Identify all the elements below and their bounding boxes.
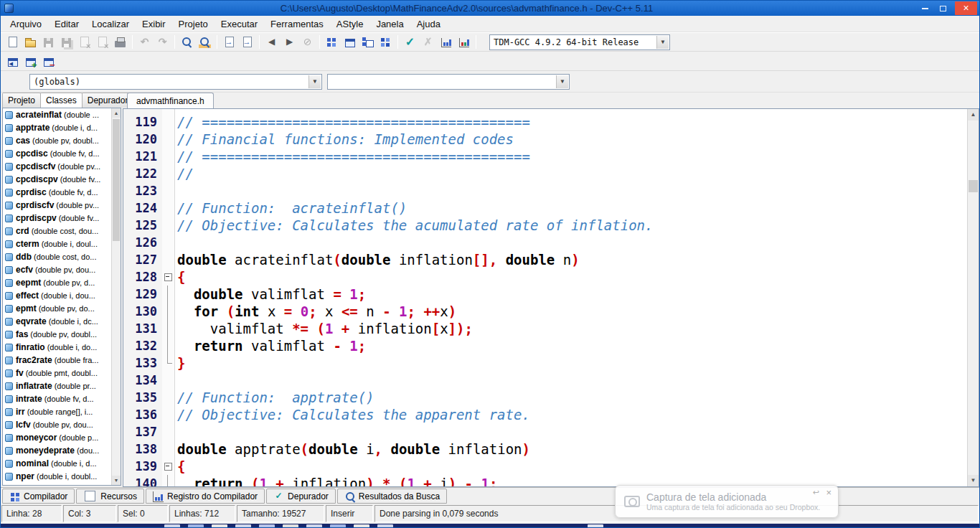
tree-item-fv[interactable]: fv(double pmt, doubl... (3, 367, 121, 380)
fold-toggle-icon[interactable] (162, 268, 175, 286)
menu-projeto[interactable]: Projeto (172, 16, 215, 32)
menu-exibir[interactable]: Exibir (136, 16, 172, 32)
tree-item-cprdiscfv[interactable]: cprdiscfv(double pv... (3, 199, 121, 212)
scroll-up-icon[interactable]: ▲ (968, 109, 979, 121)
menu-ferramentas[interactable]: Ferramentas (264, 16, 330, 32)
tree-item-intrate[interactable]: intrate(double fv, d... (3, 392, 121, 405)
tab-classes[interactable]: Classes (40, 93, 83, 108)
profile-button[interactable] (437, 34, 455, 50)
editor-scrollbar[interactable]: ▲ ▼ (967, 109, 979, 486)
run-button[interactable] (341, 34, 359, 50)
tree-item-effect[interactable]: effect(double i, dou... (3, 289, 121, 302)
tree-item-inflatrate[interactable]: inflatrate(double pr... (3, 380, 121, 392)
scroll-up-icon[interactable]: ▲ (112, 108, 121, 118)
tree-item-ddb[interactable]: ddb(double cost, do... (3, 250, 121, 263)
rebuild-all-button[interactable] (377, 34, 395, 50)
tree-item-cprdiscpv[interactable]: cprdiscpv(double fv... (3, 212, 121, 225)
tree-item-eqvrate[interactable]: eqvrate(double i, dc... (3, 315, 121, 328)
forward-button[interactable]: ▶ (281, 34, 298, 50)
tab-recursos[interactable]: Recursos (76, 489, 144, 504)
tree-item-ecfv[interactable]: ecfv(double pv, dou... (3, 263, 121, 276)
tree-item-moneycor[interactable]: moneycor(double p... (3, 431, 121, 444)
tree-item-lcfv[interactable]: lcfv(double pv, dou... (3, 418, 121, 431)
open-file-button[interactable] (22, 34, 39, 50)
member-select[interactable]: ▼ (327, 74, 570, 90)
taskbar-icon[interactable] (588, 524, 603, 528)
goto-line-button[interactable] (238, 34, 256, 50)
tree-item-moneydeprate[interactable]: moneydeprate(dou... (3, 444, 121, 457)
taskbar-icon[interactable] (330, 524, 346, 528)
find-button[interactable] (178, 34, 196, 50)
menu-astyle[interactable]: AStyle (330, 16, 370, 32)
tree-item-acrateinflat[interactable]: acrateinflat(double ... (3, 108, 121, 121)
add-to-project-button[interactable] (22, 53, 39, 70)
class-tree-scrollbar[interactable]: ▲ ▼ (111, 108, 121, 485)
tree-item-cterm[interactable]: cterm(double i, doul... (3, 237, 121, 250)
compile-button[interactable] (323, 34, 341, 50)
new-source-button[interactable] (4, 34, 22, 50)
title-bar[interactable]: C:\Users\Augusto\Desktop\MathFinanceAdv2… (1, 1, 979, 16)
taskbar-icon[interactable] (164, 524, 180, 528)
tree-item-crd[interactable]: crd(double cost, dou... (3, 225, 121, 237)
tab-projeto[interactable]: Projeto (2, 93, 41, 108)
taskbar-icon[interactable] (212, 524, 227, 528)
taskbar-icon[interactable] (188, 524, 204, 528)
replace-button[interactable] (196, 34, 214, 50)
tree-item-nominal[interactable]: nominal(double i, d... (3, 457, 121, 470)
tree-item-cprdisc[interactable]: cprdisc(double fv, d... (3, 186, 121, 199)
tab-registro-do-compilador[interactable]: Registro do Compilador (146, 489, 265, 504)
taskbar-icon[interactable] (235, 524, 251, 528)
tree-item-epmt[interactable]: epmt(double pv, do... (3, 302, 121, 315)
scroll-down-icon[interactable]: ▼ (968, 475, 979, 486)
code-editor[interactable]: 119// ==================================… (123, 108, 979, 487)
compiler-select[interactable]: TDM-GCC 4.9.2 64-bit Release ▼ (489, 34, 670, 50)
tree-item-apptrate[interactable]: apptrate(double i, d... (3, 121, 121, 134)
close-button[interactable]: × (955, 1, 977, 15)
class-tree[interactable]: acrateinflat(double ...apptrate(double i… (2, 108, 121, 486)
menu-executar[interactable]: Executar (215, 16, 264, 32)
menu-arquivo[interactable]: Arquivo (4, 16, 48, 32)
tree-item-cas[interactable]: cas(double pv, doubl... (3, 134, 121, 147)
tree-item-cpcdiscpv[interactable]: cpcdiscpv(double fv... (3, 173, 121, 186)
share-icon[interactable]: ↩ (813, 488, 819, 497)
tree-item-finratio[interactable]: finratio(double i, do... (3, 341, 121, 354)
tree-item-eepmt[interactable]: eepmt(double pv, d... (3, 276, 121, 289)
goto-function-button[interactable] (220, 34, 238, 50)
new-project-unit-button[interactable] (4, 53, 22, 70)
taskbar-icon[interactable] (283, 524, 298, 528)
tree-item-nper[interactable]: nper(double i, doubl... (3, 470, 121, 483)
tab-compilador[interactable]: Compilador (2, 489, 75, 504)
tab-depurador[interactable]: ✓Depurador (266, 489, 336, 504)
scrollbar-thumb[interactable] (113, 119, 120, 241)
windows-taskbar[interactable] (1, 524, 979, 528)
compile-run-button[interactable] (359, 34, 377, 50)
menu-editar[interactable]: Editar (48, 16, 85, 32)
taskbar-icon[interactable] (306, 524, 322, 528)
menu-localizar[interactable]: Localizar (85, 16, 136, 32)
scope-select[interactable]: (globals) ▼ (29, 74, 322, 90)
syntax-check-button[interactable]: ✓ (401, 34, 419, 50)
tree-item-fas[interactable]: fas(double pv, doubl... (3, 328, 121, 341)
menu-ajuda[interactable]: Ajuda (410, 16, 447, 32)
scroll-down-icon[interactable]: ▼ (112, 476, 121, 485)
taskbar-icon[interactable] (377, 524, 393, 528)
scrollbar-thumb[interactable] (969, 180, 978, 192)
taskbar-icon[interactable] (354, 524, 369, 528)
tree-item-cpcdiscfv[interactable]: cpcdiscfv(double pv... (3, 160, 121, 173)
profiling-analysis-button[interactable] (455, 34, 473, 50)
maximize-button[interactable] (934, 2, 952, 15)
code-area[interactable]: 119// ==================================… (123, 109, 967, 486)
dropbox-notification[interactable]: Captura de tela adicionada Uma captura d… (615, 485, 839, 518)
tab-resultados-da-busca[interactable]: Resultados da Busca (337, 489, 447, 504)
minimize-button[interactable] (916, 2, 934, 15)
back-button[interactable]: ◀ (263, 34, 281, 50)
tree-item-cpcdisc[interactable]: cpcdisc(double fv, d... (3, 147, 121, 160)
tab-advmathfinance-h[interactable]: advmathfinance.h (127, 93, 214, 108)
remove-from-project-button[interactable] (39, 53, 57, 70)
tree-item-irr[interactable]: irr(double range[], i... (3, 405, 121, 418)
fold-toggle-icon[interactable] (162, 458, 175, 475)
menu-janela[interactable]: Janela (369, 16, 410, 32)
tree-item-frac2rate[interactable]: frac2rate(double fra... (3, 354, 121, 367)
print-button[interactable] (111, 34, 129, 50)
taskbar-icon[interactable] (259, 524, 275, 528)
